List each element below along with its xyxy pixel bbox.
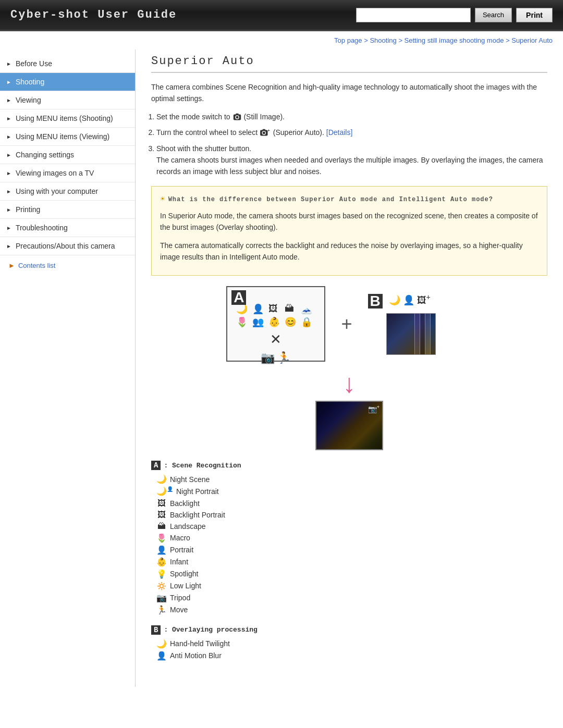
list-item: 🌷 Macro: [156, 533, 547, 543]
icon-grid-row3: ✕: [270, 331, 282, 348]
arrow-icon: ►: [6, 170, 11, 176]
tripod-icon: 📷: [261, 351, 275, 365]
tip-box: ☀ What is the difference between Superio…: [151, 186, 547, 276]
sidebar-item-label: Precautions/About this camera: [16, 242, 115, 250]
burst-images: [386, 313, 436, 355]
sidebar-item-label: Shooting: [16, 78, 44, 86]
overlay-section: B : Overlaying processing 🌙 Hand-held Tw…: [151, 625, 547, 661]
tip-title-text: What is the difference between Superior …: [168, 194, 493, 205]
diagram-label-b: B: [368, 294, 383, 309]
arrow-icon: ►: [6, 97, 11, 103]
sidebar-item-label: Viewing images on a TV: [16, 169, 94, 177]
icon-grid-container: 🌙 👤 🖼 🏔 🗻 🌷 👥 👶 😊 🔒: [236, 294, 315, 365]
step-2: Turn the control wheel to select + (Supe…: [156, 127, 547, 138]
step-1: Set the mode switch to (Still Image).: [156, 111, 547, 122]
main-layout: ► Before Use ► Shooting ► Viewing ► Usin…: [0, 50, 563, 687]
move-icon: 🏃: [277, 351, 291, 365]
sidebar-item-before-use[interactable]: ► Before Use: [0, 55, 135, 73]
still-image-icon: [232, 113, 242, 122]
sidebar-item-changing-settings[interactable]: ► Changing settings: [0, 146, 135, 164]
spotlight-icon: 💡: [156, 569, 167, 579]
step-3-text: Shoot with the shutter button.: [156, 144, 251, 153]
x-mark: ✕: [270, 331, 282, 348]
search-input[interactable]: [356, 8, 471, 22]
arrow-icon: ►: [6, 225, 11, 231]
overlay-item-label: Hand-held Twilight: [170, 639, 230, 648]
breadcrumb-top[interactable]: Top page: [334, 36, 362, 44]
breadcrumb-shooting[interactable]: Shooting: [370, 36, 396, 44]
list-item: 🖼 Backlight Portrait: [156, 510, 547, 520]
list-item: 🏔 Landscape: [156, 522, 547, 531]
sidebar-item-computer[interactable]: ► Using with your computer: [0, 182, 135, 201]
list-item: 🔅 Low Light: [156, 581, 547, 591]
sidebar-item-precautions[interactable]: ► Precautions/About this camera: [0, 237, 135, 255]
scene-label: Macro: [170, 534, 190, 542]
tip-icon: ☀: [160, 193, 165, 207]
night-scene-icon: 🌙: [156, 474, 167, 484]
arrow-icon: ►: [6, 134, 11, 140]
move-icon: 🏃: [156, 605, 167, 615]
portrait-icon: 👤: [252, 303, 267, 315]
hand-held-twilight-icon: 🌙: [156, 639, 167, 649]
intro-text: The camera combines Scene Recognition an…: [151, 81, 547, 105]
sidebar-item-viewing[interactable]: ► Viewing: [0, 91, 135, 109]
list-item: 🏃 Move: [156, 605, 547, 615]
tip-title: ☀ What is the difference between Superio…: [160, 193, 538, 207]
contents-list-link[interactable]: ► Contents list: [0, 255, 135, 276]
scene-label: Tripod: [170, 594, 190, 602]
sidebar-item-troubleshooting[interactable]: ► Troubleshooting: [0, 219, 135, 237]
b-header: B 🌙 👤 🖼+: [368, 293, 431, 309]
night-portrait-icon: 🌙👤: [156, 486, 173, 496]
arrow-icon: ►: [6, 79, 11, 85]
arrow-icon: ►: [6, 152, 11, 158]
contents-arrow-icon: ►: [8, 262, 15, 269]
burst-img-1: [386, 313, 415, 355]
sidebar-item-viewing-tv[interactable]: ► Viewing images on a TV: [0, 164, 135, 182]
breadcrumb-setting[interactable]: Setting still image shooting mode: [405, 36, 504, 44]
sidebar: ► Before Use ► Shooting ► Viewing ► Usin…: [0, 50, 136, 687]
diagram-label-a: A: [231, 290, 246, 305]
svg-rect-4: [263, 129, 265, 131]
details-link[interactable]: [Details]: [326, 128, 353, 137]
search-button[interactable]: Search: [475, 8, 512, 22]
portrait2-icon: 👥: [252, 316, 267, 328]
infant-icon: 👶: [156, 557, 167, 567]
superior-auto-icon: +: [260, 128, 271, 138]
sidebar-item-label: Viewing: [16, 96, 41, 104]
mountain-icon: 🏔: [285, 303, 299, 315]
b-icons: 🌙 👤 🖼+: [389, 293, 431, 306]
svg-rect-1: [236, 114, 238, 115]
sidebar-item-menu-viewing[interactable]: ► Using MENU items (Viewing): [0, 128, 135, 146]
icon-grid-row1: 🌙 👤 🖼 🏔 🗻: [236, 303, 315, 315]
sidebar-item-menu-shooting[interactable]: ► Using MENU items (Shooting): [0, 109, 135, 128]
contents-list-label: Contents list: [18, 262, 56, 269]
sidebar-item-shooting[interactable]: ► Shooting: [0, 73, 135, 91]
scene-label: Backlight: [170, 499, 200, 508]
portrait-icon: 👤: [156, 545, 167, 555]
overlay-box-label: B: [151, 625, 161, 635]
list-item: 👤 Anti Motion Blur: [156, 651, 547, 661]
overlay-item-label: Anti Motion Blur: [170, 651, 222, 660]
sidebar-item-printing[interactable]: ► Printing: [0, 201, 135, 219]
scene-label: Portrait: [170, 546, 193, 554]
result-image-bg: 📷+: [316, 402, 382, 449]
list-item: 💡 Spotlight: [156, 569, 547, 579]
macro-icon: 🌷: [236, 316, 251, 328]
diagram-box-b: B 🌙 👤 🖼+: [368, 286, 472, 362]
camera-overlay-icon: 📷+: [368, 404, 380, 413]
print-button[interactable]: Print: [516, 8, 553, 22]
sidebar-item-label: Using MENU items (Shooting): [16, 114, 113, 122]
sidebar-item-label: Printing: [16, 205, 40, 214]
scene-label: Infant: [170, 558, 188, 566]
list-item: 👤 Portrait: [156, 545, 547, 555]
list-item: 🖼 Backlight: [156, 499, 547, 508]
scene-box-label: A: [151, 461, 161, 470]
arrow-down-icon: ↓: [343, 369, 356, 398]
scene-recognition-text: : Scene Recognition: [164, 462, 241, 470]
arrow-icon: ►: [6, 189, 11, 194]
header: Cyber-shot User Guide Search Print: [0, 0, 563, 31]
scene-label: Backlight Portrait: [170, 511, 225, 519]
breadcrumb-superior-auto[interactable]: Superior Auto: [511, 36, 553, 44]
icon-grid-row2: 🌷 👥 👶 😊 🔒: [236, 316, 315, 328]
steps-list: Set the mode switch to (Still Image). Tu…: [156, 111, 547, 178]
